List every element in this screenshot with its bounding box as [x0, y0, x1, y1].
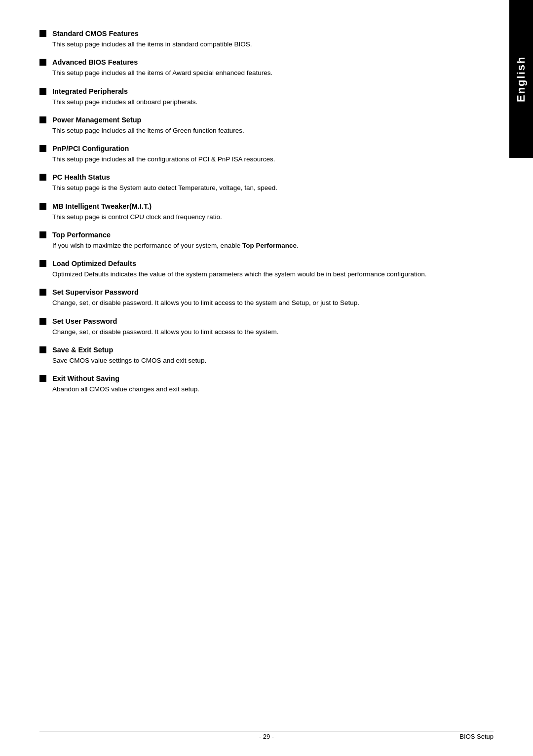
bullet-icon [39, 203, 46, 210]
item-title: Set User Password [39, 317, 454, 325]
item-title: Exit Without Saving [39, 375, 454, 382]
list-item: Exit Without Saving Abandon all CMOS val… [39, 375, 454, 394]
sidebar-english-label: English [509, 0, 533, 158]
item-description: Change, set, or disable password. It all… [52, 327, 454, 337]
bullet-icon [39, 346, 46, 353]
footer-title: BIOS Setup [459, 733, 494, 740]
list-item: Set Supervisor Password Change, set, or … [39, 288, 454, 308]
item-title: Power Management Setup [39, 116, 454, 124]
list-item: Top Performance If you wish to maximize … [39, 231, 454, 251]
item-description: Optimized Defaults indicates the value o… [52, 269, 454, 279]
item-title: Standard CMOS Features [39, 30, 454, 38]
item-title: Integrated Peripherals [39, 87, 454, 95]
bullet-icon [39, 375, 46, 382]
list-item: Save & Exit Setup Save CMOS value settin… [39, 346, 454, 366]
bullet-icon [39, 88, 46, 95]
item-description: If you wish to maximize the performance … [52, 241, 454, 251]
list-item: Power Management Setup This setup page i… [39, 116, 454, 136]
bullet-icon [39, 116, 46, 123]
bullet-icon [39, 231, 46, 238]
item-description: This setup page includes all the items o… [52, 68, 454, 78]
list-item: MB Intelligent Tweaker(M.I.T.) This setu… [39, 202, 454, 222]
item-title: Top Performance [39, 231, 454, 239]
list-item: PC Health Status This setup page is the … [39, 173, 454, 193]
item-description: This setup page is control CPU clock and… [52, 212, 454, 222]
item-title: PC Health Status [39, 173, 454, 181]
item-description: Save CMOS value settings to CMOS and exi… [52, 356, 454, 366]
list-item: PnP/PCI Configuration This setup page in… [39, 145, 454, 164]
item-description: Abandon all CMOS value changes and exit … [52, 384, 454, 394]
item-description: This setup page includes all the configu… [52, 154, 454, 164]
item-description: Change, set, or disable password. It all… [52, 298, 454, 308]
list-item: Load Optimized Defaults Optimized Defaul… [39, 260, 454, 279]
item-description: This setup page is the System auto detec… [52, 183, 454, 193]
page-container: English Standard CMOS Features This setu… [0, 0, 533, 756]
item-title: PnP/PCI Configuration [39, 145, 454, 152]
list-item: Standard CMOS Features This setup page i… [39, 30, 454, 49]
bullet-icon [39, 260, 46, 267]
item-description: This setup page includes all onboard per… [52, 97, 454, 107]
item-title: Load Optimized Defaults [39, 260, 454, 267]
list-item: Advanced BIOS Features This setup page i… [39, 58, 454, 78]
list-item: Integrated Peripherals This setup page i… [39, 87, 454, 107]
inline-bold: Top Performance [242, 242, 297, 249]
item-title: Save & Exit Setup [39, 346, 454, 354]
content-area: Standard CMOS Features This setup page i… [39, 20, 484, 394]
item-title: MB Intelligent Tweaker(M.I.T.) [39, 202, 454, 210]
page-footer: - 29 - BIOS Setup [39, 731, 494, 736]
item-description: This setup page includes all the items i… [52, 39, 454, 49]
bullet-icon [39, 59, 46, 66]
bullet-icon [39, 30, 46, 37]
list-item: Set User Password Change, set, or disabl… [39, 317, 454, 337]
item-title: Advanced BIOS Features [39, 58, 454, 66]
item-title: Set Supervisor Password [39, 288, 454, 296]
bullet-icon [39, 145, 46, 152]
item-description: This setup page includes all the items o… [52, 126, 454, 136]
bullet-icon [39, 318, 46, 325]
bullet-icon [39, 289, 46, 296]
page-number: - 29 - [259, 733, 274, 740]
bullet-icon [39, 174, 46, 181]
